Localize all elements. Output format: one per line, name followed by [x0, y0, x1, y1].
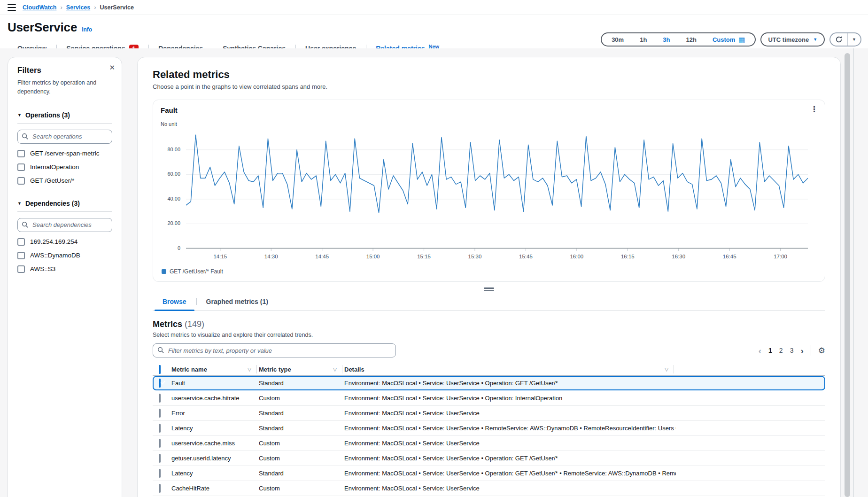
metrics-count: (149) [185, 319, 204, 329]
dependency-checkbox[interactable] [17, 238, 25, 246]
row-checkbox[interactable] [159, 439, 161, 448]
previous-page-icon[interactable]: ‹ [759, 346, 761, 355]
tab-browse[interactable]: Browse [153, 294, 196, 311]
time-range-3h[interactable]: 3h [655, 36, 678, 43]
row-checkbox[interactable] [159, 454, 161, 463]
fault-chart-card: ⋮ Fault No unit 020.0040.0060.0080.0014:… [153, 100, 825, 282]
chart-svg [186, 132, 808, 252]
time-range-30m[interactable]: 30m [604, 36, 632, 43]
time-range-1h[interactable]: 1h [632, 36, 655, 43]
metrics-filter-input[interactable] [153, 343, 396, 357]
cell-metric-name: userservice.cache.hitrate [171, 395, 259, 402]
search-dependencies-input[interactable] [17, 218, 112, 232]
vertical-scrollbar[interactable] [845, 53, 850, 497]
table-row[interactable]: getuser.userid.latencyCustomEnvironment:… [153, 451, 825, 466]
x-axis-tick-label: 16:00 [570, 254, 583, 259]
dependency-label: 169.254.169.254 [30, 238, 78, 245]
cell-details: Environment: MacOSLocal • Service: UserS… [344, 410, 676, 417]
table-row[interactable]: userservice.cache.hitrateCustomEnvironme… [153, 391, 825, 406]
column-filter-icon[interactable]: ▽ [248, 367, 251, 372]
operation-checkbox[interactable] [17, 163, 25, 171]
next-page-icon[interactable]: › [800, 346, 803, 355]
chart-title: Fault [161, 106, 817, 114]
details-link[interactable]: Environment: MacOSLocal • Service: UserS… [344, 440, 480, 447]
row-checkbox[interactable] [159, 379, 161, 388]
fault-chart-plot[interactable]: 020.0040.0060.0080.0014:1514:3014:4515:0… [186, 132, 808, 248]
cell-metric-name: CacheHitRate [171, 485, 259, 492]
row-checkbox[interactable] [159, 469, 161, 478]
fault-series-line[interactable] [186, 135, 808, 213]
row-checkbox-cell [153, 470, 171, 477]
timezone-label: UTC timezone [768, 36, 809, 43]
row-checkbox-cell [153, 380, 171, 387]
panel-title: Related metrics [153, 69, 825, 81]
details-link[interactable]: Environment: MacOSLocal • Service: UserS… [344, 395, 562, 402]
cell-metric-type: Standard [259, 410, 344, 417]
row-checkbox[interactable] [159, 394, 161, 403]
cell-metric-type: Standard [259, 470, 344, 477]
operation-item-get-server-span-metric[interactable]: GET /server-span-metric [17, 150, 112, 157]
operation-checkbox[interactable] [17, 177, 25, 185]
hamburger-menu-icon[interactable] [8, 4, 16, 11]
operations-section-toggle[interactable]: ▼ Operations (3) [17, 111, 112, 124]
row-checkbox[interactable] [159, 409, 161, 418]
breadcrumb-item-cloudwatch[interactable]: CloudWatch [23, 4, 56, 11]
page-number-1[interactable]: 1 [768, 347, 772, 354]
table-row[interactable]: ErrorStandardEnvironment: MacOSLocal • S… [153, 406, 825, 421]
panel-resize-handle[interactable] [484, 287, 494, 291]
gear-icon[interactable]: ⚙ [818, 346, 825, 356]
details-link[interactable]: Environment: MacOSLocal • Service: UserS… [344, 410, 480, 417]
details-link[interactable]: Environment: MacOSLocal • Service: UserS… [344, 455, 558, 462]
row-checkbox[interactable] [159, 424, 161, 433]
breadcrumb-item-services[interactable]: Services [66, 4, 90, 11]
metrics-subtitle: Select metrics to visualize and explore … [153, 332, 825, 338]
kebab-menu-icon[interactable]: ⋮ [810, 104, 818, 114]
row-checkbox[interactable] [159, 484, 161, 493]
dependencies-section-toggle[interactable]: ▼ Dependencies (3) [17, 200, 112, 212]
x-axis-tick-label: 16:30 [672, 254, 685, 259]
x-axis-tick-label: 17:00 [774, 254, 787, 259]
operation-item-get-getuser[interactable]: GET /GetUser/* [17, 177, 112, 185]
details-link[interactable]: Environment: MacOSLocal • Service: UserS… [344, 425, 676, 432]
refresh-options-button[interactable]: ▼ [847, 33, 860, 46]
time-range-12h[interactable]: 12h [678, 36, 705, 43]
row-checkbox-cell [153, 425, 171, 432]
column-label: Metric name [171, 366, 207, 373]
row-checkbox-cell [153, 395, 171, 402]
dependency-checkbox[interactable] [17, 252, 25, 259]
page-number-3[interactable]: 3 [790, 347, 794, 354]
table-row[interactable]: CacheHitRateCustomEnvironment: MacOSLoca… [153, 481, 825, 496]
select-all-checkbox[interactable] [159, 365, 161, 374]
tab-graphed-metrics[interactable]: Graphed metrics (1) [196, 294, 278, 311]
column-filter-icon[interactable]: ▽ [333, 367, 337, 372]
operations-list: GET /server-span-metricInternalOperation… [17, 150, 112, 185]
x-axis-tick-label: 15:30 [468, 254, 482, 259]
dependency-item-169-254-169-254[interactable]: 169.254.169.254 [17, 238, 112, 246]
details-link[interactable]: Environment: MacOSLocal • Service: UserS… [344, 485, 480, 492]
table-row[interactable]: LatencyStandardEnvironment: MacOSLocal •… [153, 466, 825, 481]
operation-checkbox[interactable] [17, 150, 25, 157]
table-row[interactable]: userservice.cache.missCustomEnvironment:… [153, 436, 825, 451]
dependency-checkbox[interactable] [17, 265, 25, 273]
top-navigation-bar: CloudWatch›Services›UserService [0, 0, 868, 15]
details-link[interactable]: Environment: MacOSLocal • Service: UserS… [344, 380, 558, 387]
operation-item-internaloperation[interactable]: InternalOperation [17, 163, 112, 171]
table-row[interactable]: FaultStandardEnvironment: MacOSLocal • S… [153, 376, 825, 391]
chevron-down-icon: ▼ [852, 37, 856, 42]
pagination: ‹123›⚙ [759, 345, 825, 356]
dependency-item-aws-s3[interactable]: AWS::S3 [17, 265, 112, 273]
x-axis-tick-label: 16:45 [723, 254, 736, 259]
close-icon[interactable]: ✕ [109, 63, 115, 72]
column-filter-icon[interactable]: ▽ [665, 367, 668, 372]
search-operations-input[interactable] [17, 130, 112, 144]
dependency-item-aws-dynamodb[interactable]: AWS::DynamoDB [17, 252, 112, 259]
y-axis-tick-label: 20.00 [161, 220, 180, 226]
refresh-button[interactable] [830, 33, 847, 46]
time-range-custom[interactable]: Custom▦ [705, 36, 753, 43]
info-link[interactable]: Info [82, 26, 92, 33]
details-link[interactable]: Environment: MacOSLocal • Service: UserS… [344, 470, 676, 477]
page-number-2[interactable]: 2 [779, 347, 783, 354]
table-row[interactable]: LatencyStandardEnvironment: MacOSLocal •… [153, 421, 825, 436]
page-title: UserService [8, 20, 77, 35]
timezone-selector[interactable]: UTC timezone ▼ [760, 32, 825, 47]
